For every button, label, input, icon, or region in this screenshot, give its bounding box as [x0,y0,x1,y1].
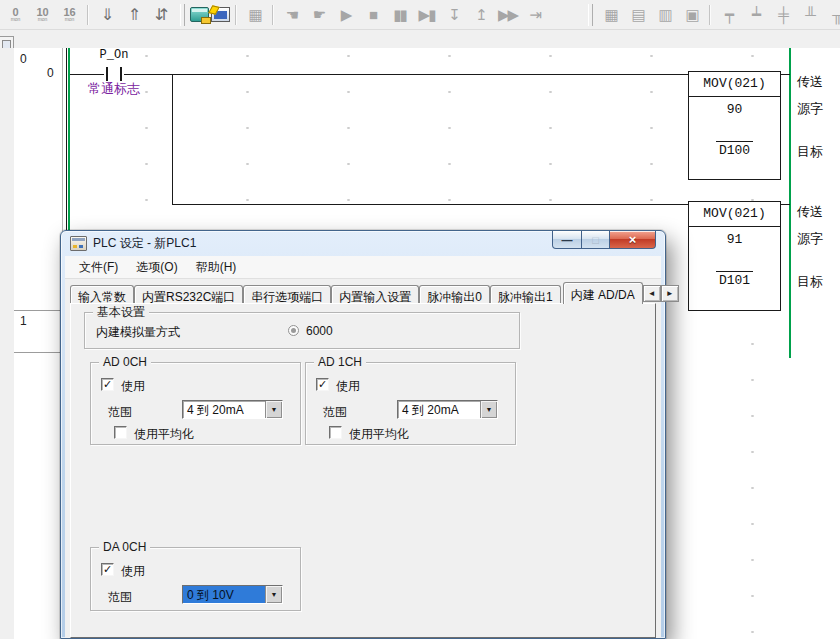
chevron-down-icon[interactable]: ▼ [265,401,282,418]
ad0-averaging-checkbox[interactable] [114,426,127,439]
tab-builtin-input[interactable]: 内置输入设置 [331,285,419,304]
upload-from-plc-icon[interactable]: ⇑ [121,4,146,26]
step-into-icon[interactable]: ↧ [441,4,466,26]
contact-operand-label[interactable]: P_On [92,48,136,62]
ad0-use-checkbox[interactable]: ✓ [101,378,114,391]
maximize-button[interactable]: □ [582,231,610,249]
ad1-use-label: 使用 [336,378,360,395]
ad1-range-combobox[interactable]: 4 到 20mA ▼ [397,400,498,419]
ad0-range-value: 4 到 20mA [183,401,265,418]
mov-instruction-block-1[interactable]: MOV(021) 90 D100 [688,71,781,180]
da0-range-label: 范围 [108,589,132,606]
differentiate-up-icon[interactable]: ┯ [716,4,741,26]
tab-scroll-right-icon[interactable]: ► [661,285,679,302]
toolbar-separator [272,5,274,25]
mov-instruction-block-2[interactable]: MOV(021) 91 D101 [688,201,781,311]
vertical-pair-icon[interactable]: ╪ [770,4,795,26]
group-da0: DA 0CH ✓ 使用 范围 0 到 10V ▼ [90,547,301,611]
contact-comment: 常通标志 [88,80,140,98]
menu-help[interactable]: 帮助(H) [187,256,246,279]
pause-monitoring-icon[interactable]: ☚ [279,4,304,26]
ad0-range-label: 范围 [108,404,132,421]
toolbar-grip [180,4,185,26]
group-basic-settings: 基本设置 内建模拟量方式 6000 [84,312,520,349]
work-online-icon[interactable] [190,7,209,22]
continuous-step-icon[interactable]: ▶▶ [495,4,520,26]
stop-program-icon[interactable]: ■ [360,4,385,26]
memory-view-icon[interactable]: ▥ [652,4,677,26]
close-button[interactable]: × [610,231,656,249]
tab-rs232c-port[interactable]: 内置RS232C端口 [134,285,243,304]
io-comment-view-icon[interactable]: ▦ [598,4,623,26]
ad1-averaging-checkbox[interactable] [329,426,342,439]
differentiate-down-icon[interactable]: ┷ [743,4,768,26]
download-to-plc-icon[interactable]: ⇓ [94,4,119,26]
menu-file[interactable]: 文件(F) [70,256,127,279]
display-format-hex-icon[interactable]: 16mon [57,4,82,26]
toolbar-grip [588,4,593,26]
mov1-dest-comment: 目标 [797,143,823,161]
plc-settings-icon [70,236,87,251]
main-toolbar: 0mon10mon16mon⇓⇑⇵▦☚☛▶■▮▮▶▮↧↥▶▶⇥ ▦▤▥▣┯┷╪╨… [0,0,840,30]
tab-builtin-ad-da[interactable]: 内建 AD/DA [563,282,643,304]
ad1-use-checkbox[interactable]: ✓ [316,378,329,391]
mov2-dest-comment: 目标 [797,273,823,291]
tab-serial-option-port[interactable]: 串行选项端口 [243,285,331,304]
toolbar-separator [87,5,89,25]
dialog-title: PLC 设定 - 新PLC1 [93,235,196,252]
dest-operand[interactable]: D101 [716,271,753,288]
tab-input-constants[interactable]: 输入常数 [70,285,134,304]
dialog-menubar: 文件(F) 选项(O) 帮助(H) [65,256,661,279]
menu-options[interactable]: 选项(O) [127,256,186,279]
rung0-number: 0 [20,52,27,66]
group-ad0-legend: AD 0CH [99,355,151,369]
coil-symbol-icon[interactable]: ╥ [824,4,840,26]
tab-panel-ad-da: 基本设置 内建模拟量方式 6000 AD 0CH ✓ 使用 范围 4 到 20m… [70,303,656,638]
toolbar-right: ▦▤▥▣┯┷╪╨╥ [582,4,840,26]
mode-6000-radio[interactable] [288,325,299,336]
group-basic-legend: 基本设置 [93,305,149,319]
dialog-client-area: 文件(F) 选项(O) 帮助(H) 输入常数 内置RS232C端口 串行选项端口… [65,256,661,638]
scan-run-icon[interactable]: ⇥ [522,4,547,26]
ladder-left-strip [0,48,15,639]
display-format-signed-icon[interactable]: 10mon [30,4,55,26]
output-stub-wire [781,74,790,75]
rung-margin-column[interactable] [14,48,63,639]
compare-with-plc-icon[interactable]: ⇵ [148,4,173,26]
horizontal-pair-icon[interactable]: ╨ [797,4,822,26]
pause-program-icon[interactable]: ▮▮ [387,4,412,26]
display-format-decimal-icon[interactable]: 0mon [3,4,28,26]
tab-pulse-output-0[interactable]: 脉冲输出0 [419,285,490,304]
rung-comment-view-icon[interactable]: ▤ [625,4,650,26]
da0-use-checkbox[interactable]: ✓ [101,563,114,576]
tab-pulse-output-1[interactable]: 脉冲输出1 [490,285,561,304]
source-operand[interactable]: 91 [689,232,780,247]
minimize-button[interactable]: — [552,231,582,249]
group-ad1-legend: AD 1CH [314,355,366,369]
online-edit-icon[interactable] [211,7,230,22]
ad0-use-label: 使用 [121,378,145,395]
output-stub-wire [781,204,790,205]
mode-6000-label: 6000 [306,324,333,338]
window-controls: — □ × [552,231,656,249]
step-out-icon[interactable]: ↥ [468,4,493,26]
tab-scroll-left-icon[interactable]: ◄ [643,285,661,302]
source-operand[interactable]: 90 [689,102,780,117]
pause-with-trigger-icon[interactable]: ☛ [306,4,331,26]
toolbar-gap-band [0,30,840,48]
rung-separator [14,310,62,311]
instruction-mnemonic: MOV(021) [689,202,780,227]
window-monitoring-icon[interactable]: ▦ [242,4,267,26]
watch-window-icon[interactable]: ▣ [679,4,704,26]
chevron-down-icon[interactable]: ▼ [480,401,497,418]
dest-operand[interactable]: D100 [716,141,753,158]
da0-range-combobox[interactable]: 0 到 10V ▼ [182,585,283,604]
rung-separator [14,352,62,353]
run-program-icon[interactable]: ▶ [333,4,358,26]
settings-tabstrip: 输入常数 内置RS232C端口 串行选项端口 内置输入设置 脉冲输出0 脉冲输出… [70,282,656,304]
mov2-title-comment: 传送 [797,203,823,221]
ad0-range-combobox[interactable]: 4 到 20mA ▼ [182,400,283,419]
chevron-down-icon[interactable]: ▼ [265,586,282,603]
step-run-icon[interactable]: ▶▮ [414,4,439,26]
toolbar-left: 0mon10mon16mon⇓⇑⇵▦☚☛▶■▮▮▶▮↧↥▶▶⇥ [2,4,548,26]
